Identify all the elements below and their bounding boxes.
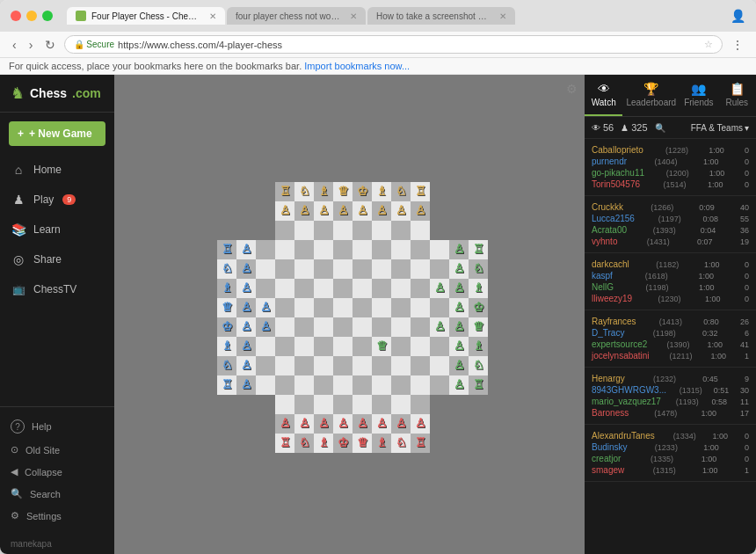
game-group-5[interactable]: AlexandruTanes (1334) 1:00 0 Budinsky (1… [585,425,756,482]
sidebar-item-old-site[interactable]: ⊙ Old Site [0,439,114,461]
maximize-button[interactable] [42,11,53,21]
collapse-icon: ◀ [11,466,18,477]
tab-label: Four Player Chess - Chess.co... [91,11,200,21]
sidebar-item-settings[interactable]: ⚙ Settings [0,505,114,527]
game-time: 0:09 [699,203,715,212]
back-button[interactable]: ‹ [9,36,20,54]
sidebar-item-share-label: Share [33,253,62,266]
tab-chess[interactable]: Four Player Chess - Chess.co... ✕ [67,7,225,25]
minimize-button[interactable] [26,11,37,21]
player-name: smagew [592,465,624,475]
ffa-teams-label: FFA & Teams [691,123,743,133]
game-group-1[interactable]: Cruckkk (1266) 0:09 40 Lucca2156 (1197) … [585,196,756,253]
player-name: Torin504576 [592,179,640,189]
settings-icon: ⚙ [11,510,19,521]
game-score: 17 [740,409,749,418]
game-count-icon: ♟ [621,123,629,133]
game-score: 30 [740,386,749,395]
old-site-label: Old Site [25,445,60,456]
game-count-value: 325 [631,122,647,133]
tab-watch[interactable]: 👁 Watch [585,75,622,116]
sidebar-item-share[interactable]: ◎ Share [0,244,114,274]
chess-board-canvas [178,143,521,486]
player-name: 8943GHWRGW3... [592,385,666,395]
game-time: 1:00 [699,272,715,281]
game-score: 0 [745,272,749,281]
tab-close-icon[interactable]: ✕ [209,11,216,21]
game-time: 1:00 [699,283,715,292]
sidebar-item-learn[interactable]: 📚 Learn [0,215,114,244]
game-score: 0 [745,432,749,441]
address-bar[interactable]: 🔒 Secure https://www.chess.com/4-player-… [64,35,723,54]
game-time: 1:00 [701,455,717,463]
browser-titlebar: Four Player Chess - Chess.co... ✕ four p… [0,0,756,32]
game-row: Rayfrances (1413) 0:80 26 [592,316,749,327]
player-rating: (1335) [651,455,673,463]
player-name: Cruckkk [592,202,623,212]
sidebar-item-home[interactable]: ⌂ Home [0,155,114,185]
game-group-3[interactable]: Rayfrances (1413) 0:80 26 D_Tracy (1198)… [585,310,756,368]
sidebar-footer: ? Help ⊙ Old Site ◀ Collapse 🔍 Search ⚙ [0,406,114,534]
player-rating: (1198) [653,329,676,338]
game-count: ♟ 325 [621,122,647,133]
ffa-teams-filter[interactable]: FFA & Teams ▾ [691,123,749,133]
game-time: 1:00 [702,466,718,475]
tab-close-icon-2[interactable]: ✕ [350,11,357,21]
sidebar-item-chessTV-label: ChessTV [33,283,76,295]
browser-toolbar: ‹ › ↻ 🔒 Secure https://www.chess.com/4-p… [0,32,756,58]
player-rating: (1198) [645,283,668,292]
tab-friends[interactable]: 👥 Friends [680,75,717,116]
home-icon: ⌂ [11,162,26,178]
tab-screenshot[interactable]: How to take a screenshot on... ✕ [367,7,515,25]
game-row: Torin504576 (1514) 1:00 0 [592,179,749,190]
search-games-icon[interactable]: 🔍 [655,123,665,133]
sidebar-item-play[interactable]: ♟ Play 9 [0,185,114,215]
sidebar-item-help[interactable]: ? Help [0,414,114,439]
game-score: 0 [745,146,749,155]
refresh-button[interactable]: ↻ [41,36,59,54]
sidebar-item-play-label: Play [33,193,54,206]
tab-rules[interactable]: 📋 Rules [718,75,756,116]
game-group-2[interactable]: darkcachl (1182) 1:00 0 kaspf (1618) 1:0… [585,253,756,310]
sidebar-item-chessTV[interactable]: 📺 ChessTV [0,274,114,304]
account-icon[interactable]: 👤 [731,9,745,23]
game-time: 1:00 [713,432,729,441]
player-rating: (1390) [666,340,689,349]
game-row: lliweezy19 (1230) 1:00 0 [592,293,749,304]
learn-icon: 📚 [11,222,26,237]
player-name: Rayfrances [592,317,636,326]
game-time: 0:58 [712,397,728,406]
menu-button[interactable]: ⋮ [728,36,747,54]
game-group-4[interactable]: Henargy (1232) 0:45 9 8943GHWRGW3... (13… [585,368,756,425]
eye-icon: 👁 [592,123,600,133]
game-time: 0:32 [702,329,718,338]
player-rating: (1197) [658,215,681,223]
sidebar-item-collapse[interactable]: ◀ Collapse [0,461,114,483]
chess-board-container[interactable] [178,143,521,486]
sidebar-item-search[interactable]: 🔍 Search [0,483,114,505]
tab-close-icon-3[interactable]: ✕ [499,11,506,21]
bookmark-star-icon[interactable]: ☆ [704,39,713,50]
player-name: Henargy [592,374,625,383]
board-settings-button[interactable]: ⚙ [563,78,581,99]
viewer-count: 👁 56 [592,122,614,133]
close-button[interactable] [11,11,21,21]
game-score: 0 [745,157,749,166]
tab-four-player[interactable]: four player chess not working... ✕ [227,7,366,25]
player-rating: (1182) [656,260,679,269]
game-score: 6 [745,329,749,338]
import-bookmarks-link[interactable]: Import bookmarks now... [304,61,410,71]
sidebar-username: manekapa [0,534,114,554]
panel-controls: 👁 56 ♟ 325 🔍 FFA & Teams ▾ [585,117,756,139]
game-time: 1:00 [701,409,716,418]
game-group-0[interactable]: Caballoprieto (1228) 1:00 0 purnendr (14… [585,139,756,196]
player-rating: (1618) [645,272,668,281]
tab-leaderboard[interactable]: 🏆 Leaderboard [622,75,680,116]
player-rating: (1514) [664,180,687,189]
game-time: 1:00 [708,180,723,189]
forward-button[interactable]: › [25,36,37,54]
game-row: purnendr (1404) 1:00 0 [592,156,749,167]
leaderboard-tab-icon: 🏆 [643,82,658,96]
logo-dot: .com [72,86,101,100]
new-game-button[interactable]: + + New Game [9,121,105,146]
